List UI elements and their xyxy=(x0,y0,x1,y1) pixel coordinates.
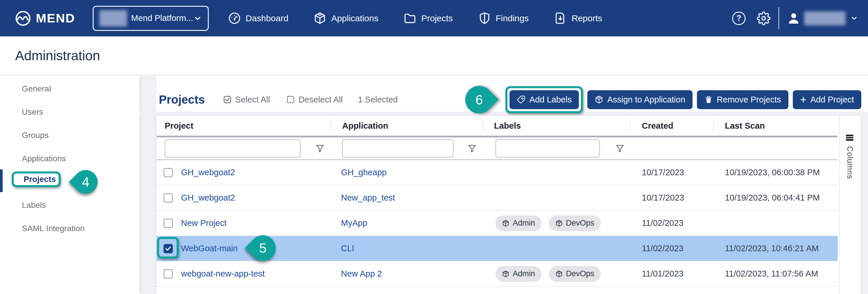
add-labels-button[interactable]: Add Labels xyxy=(509,90,579,109)
add-project-button[interactable]: + Add Project xyxy=(793,90,861,109)
filter-icon[interactable] xyxy=(467,144,477,153)
annotation-highlight-projects: Projects xyxy=(12,172,61,187)
table-row[interactable]: GH_webgoat2 New_app_test 10/17/2023 10/1… xyxy=(157,185,838,211)
created-date: 11/02/2023 xyxy=(630,236,713,261)
table-row[interactable]: GH_webgoat2 GH_gheapp 10/17/2023 10/19/2… xyxy=(157,160,838,185)
cube-icon xyxy=(313,12,327,25)
application-link[interactable]: New_app_test xyxy=(341,193,395,203)
user-menu-chevron-down-icon[interactable] xyxy=(850,14,858,22)
column-header-project[interactable]: Project xyxy=(157,116,330,136)
org-selector[interactable]: Mend Platform... xyxy=(93,6,209,31)
application-link[interactable]: New App 2 xyxy=(341,269,382,279)
columns-control[interactable]: Columns xyxy=(842,133,857,179)
column-header-labels[interactable]: Labels xyxy=(483,116,630,136)
deselect-all-button[interactable]: Deselect All xyxy=(286,95,343,105)
project-link[interactable]: webgoat-new-app-test xyxy=(181,269,265,279)
nav-item-projects[interactable]: Projects xyxy=(403,12,453,25)
mend-logo: MEND xyxy=(14,10,75,27)
created-date: 10/17/2023 xyxy=(630,185,713,210)
row-checkbox[interactable] xyxy=(163,219,173,228)
table-row[interactable]: New Project MyApp Admin xyxy=(157,211,838,236)
page-header: Administration xyxy=(0,36,868,75)
row-checkbox[interactable] xyxy=(163,168,173,177)
content: General Users Groups Applications Labels… xyxy=(0,76,868,294)
column-header-application[interactable]: Application xyxy=(330,116,483,136)
active-item-bar xyxy=(0,170,3,192)
select-all-button[interactable]: Select All xyxy=(223,95,270,105)
nav-item-label: Dashboard xyxy=(246,13,288,23)
cube-icon xyxy=(555,219,563,227)
application-link[interactable]: CLI xyxy=(341,244,354,253)
org-selector-label: Mend Platform... xyxy=(131,13,193,23)
sidebar-item-labels[interactable]: Labels xyxy=(0,193,139,217)
created-date: 11/02/2023 xyxy=(630,211,713,235)
cube-icon xyxy=(555,270,563,278)
table-header-row: Project Application Labels Created Last … xyxy=(157,116,838,136)
projects-toolbar: Projects Select All Deselect All 1 Selec… xyxy=(157,76,868,111)
cube-icon xyxy=(595,95,603,104)
project-link[interactable]: WebGoat-main xyxy=(181,244,238,253)
table-columns-icon xyxy=(845,133,855,143)
table-filter-row xyxy=(157,137,838,160)
sidebar-item-saml-integration[interactable]: SAML Integration xyxy=(0,217,139,240)
application-link[interactable]: MyApp xyxy=(341,218,367,228)
nav-item-findings[interactable]: Findings xyxy=(478,12,529,25)
nav-item-label: Projects xyxy=(421,13,453,23)
row-checkbox[interactable] xyxy=(163,193,173,203)
nav-item-label: Findings xyxy=(496,13,529,23)
last-scan-date: 11/02/2023, 10:46:21 AM xyxy=(713,236,838,261)
nav-item-dashboard[interactable]: Dashboard xyxy=(228,12,288,25)
nav-item-label: Applications xyxy=(331,13,378,23)
project-link[interactable]: GH_webgoat2 xyxy=(181,193,235,203)
annotation-highlight-checkbox xyxy=(157,237,179,258)
projects-heading: Projects xyxy=(159,93,205,106)
filter-icon[interactable] xyxy=(315,144,325,153)
selected-count: 1 Selected xyxy=(358,95,398,105)
top-nav: MEND Mend Platform... Dashboard Appl xyxy=(0,0,868,36)
remove-projects-button[interactable]: Remove Projects xyxy=(697,90,788,109)
assign-to-application-button[interactable]: Assign to Application xyxy=(587,90,692,109)
column-header-created[interactable]: Created xyxy=(630,116,713,136)
gear-icon[interactable] xyxy=(757,11,771,25)
table-row-selected[interactable]: WebGoat-main CLI 11/02/2023 11/02/2023, … xyxy=(157,236,838,261)
project-link[interactable]: GH_webgoat2 xyxy=(181,168,235,177)
columns-strip-divider xyxy=(839,116,840,294)
annotation-highlight-add-labels: Add Labels xyxy=(505,86,583,113)
mend-logo-icon xyxy=(14,10,31,27)
nav-item-applications[interactable]: Applications xyxy=(313,12,378,25)
toolbar-buttons: 6 Add Labels xyxy=(465,86,861,113)
nav-right: ? xyxy=(732,7,862,29)
table-row[interactable]: webgoat-new-app-test New App 2 Admin xyxy=(157,261,838,287)
label-chip: Admin xyxy=(496,215,541,231)
user-avatar-icon[interactable] xyxy=(787,12,800,25)
sidebar-item-general[interactable]: General xyxy=(0,77,139,101)
redacted-org-name xyxy=(99,10,127,27)
created-date: 11/01/2023 xyxy=(630,261,713,286)
checkbox-checked-outline-icon xyxy=(223,95,232,104)
label-chip: DevOps xyxy=(549,215,601,231)
report-document-icon xyxy=(554,12,567,25)
application-link[interactable]: GH_gheapp xyxy=(341,168,386,177)
last-scan-date: 10/19/2023, 06:00:38 PM xyxy=(713,160,838,185)
label-chip: Admin xyxy=(496,266,541,282)
dashboard-icon xyxy=(228,12,241,25)
last-scan-date: 10/19/2023, 06:04:41 PM xyxy=(713,185,838,210)
labels-filter-input[interactable] xyxy=(496,140,600,157)
columns-control-label: Columns xyxy=(845,146,854,179)
tag-icon xyxy=(517,95,526,104)
help-icon[interactable]: ? xyxy=(732,12,746,25)
filter-icon[interactable] xyxy=(615,144,625,153)
sidebar-item-applications[interactable]: Applications xyxy=(0,147,139,170)
project-filter-input[interactable] xyxy=(165,140,301,157)
application-filter-input[interactable] xyxy=(342,140,454,157)
project-link[interactable]: New Project xyxy=(181,218,226,228)
sidebar-item-users[interactable]: Users xyxy=(0,101,139,124)
column-header-last-scan[interactable]: Last Scan xyxy=(713,116,838,136)
nav-item-reports[interactable]: Reports xyxy=(554,12,602,25)
chevron-down-icon xyxy=(193,14,202,23)
last-scan-date: 11/02/2023, 11:07:56 AM xyxy=(713,261,838,286)
nav-item-label: Reports xyxy=(571,13,602,23)
sidebar-item-groups[interactable]: Groups xyxy=(0,124,139,147)
shield-icon xyxy=(478,12,491,25)
row-checkbox[interactable] xyxy=(163,269,173,279)
